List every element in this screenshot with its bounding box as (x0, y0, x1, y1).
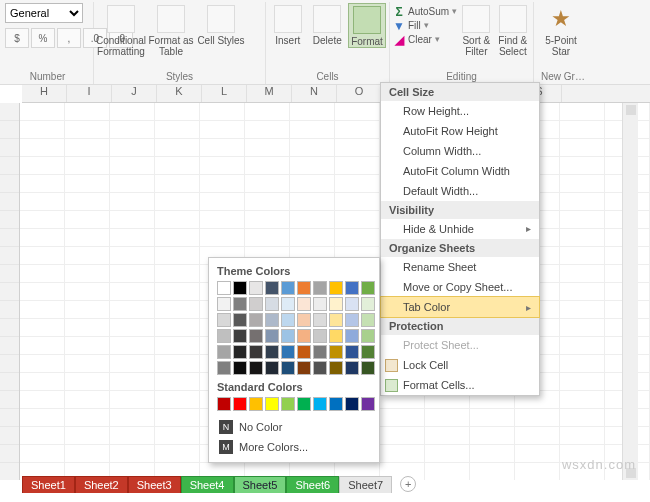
column-header[interactable]: K (157, 85, 202, 102)
menu-tab-color[interactable]: Tab Color▸ (380, 296, 540, 318)
menu-autofit-row-height[interactable]: AutoFit Row Height (381, 121, 539, 141)
color-swatch[interactable] (313, 361, 327, 375)
color-swatch[interactable] (361, 329, 375, 343)
color-swatch[interactable] (297, 329, 311, 343)
color-swatch[interactable] (265, 345, 279, 359)
menu-format-cells[interactable]: Format Cells... (381, 375, 539, 395)
color-swatch[interactable] (297, 313, 311, 327)
sort-filter-button[interactable]: Sort & Filter (459, 3, 493, 57)
menu-default-width[interactable]: Default Width... (381, 181, 539, 201)
color-swatch[interactable] (361, 281, 375, 295)
color-swatch[interactable] (297, 281, 311, 295)
color-swatch[interactable] (313, 329, 327, 343)
color-swatch[interactable] (233, 329, 247, 343)
currency-icon[interactable]: $ (5, 28, 29, 48)
color-swatch[interactable] (233, 345, 247, 359)
format-button[interactable]: Format (348, 3, 386, 48)
percent-icon[interactable]: % (31, 28, 55, 48)
color-swatch[interactable] (329, 345, 343, 359)
delete-button[interactable]: Delete (309, 3, 347, 46)
color-swatch[interactable] (345, 361, 359, 375)
color-swatch[interactable] (281, 361, 295, 375)
menu-row-height[interactable]: Row Height... (381, 101, 539, 121)
number-format-combo[interactable]: General (5, 3, 83, 23)
menu-lock-cell[interactable]: Lock Cell (381, 355, 539, 375)
column-header[interactable]: J (112, 85, 157, 102)
color-swatch[interactable] (329, 397, 343, 411)
color-swatch[interactable] (249, 313, 263, 327)
color-swatch[interactable] (329, 281, 343, 295)
color-swatch[interactable] (249, 281, 263, 295)
color-swatch[interactable] (217, 329, 231, 343)
format-as-table-button[interactable]: Format as Table (147, 3, 195, 57)
color-swatch[interactable] (249, 329, 263, 343)
palette-more-colors[interactable]: MMore Colors... (217, 437, 371, 457)
color-swatch[interactable] (233, 361, 247, 375)
column-header[interactable]: O (337, 85, 382, 102)
color-swatch[interactable] (361, 397, 375, 411)
sheet-tab[interactable]: Sheet5 (234, 476, 287, 493)
color-swatch[interactable] (313, 297, 327, 311)
color-swatch[interactable] (345, 345, 359, 359)
color-swatch[interactable] (297, 361, 311, 375)
color-swatch[interactable] (217, 281, 231, 295)
column-header[interactable]: I (67, 85, 112, 102)
color-swatch[interactable] (281, 345, 295, 359)
color-swatch[interactable] (345, 297, 359, 311)
fill-button[interactable]: ▼Fill▾ (393, 19, 457, 31)
menu-hide-unhide[interactable]: Hide & Unhide▸ (381, 219, 539, 239)
color-swatch[interactable] (233, 397, 247, 411)
color-swatch[interactable] (249, 397, 263, 411)
comma-icon[interactable]: , (57, 28, 81, 48)
color-swatch[interactable] (265, 397, 279, 411)
sheet-tab[interactable]: Sheet2 (75, 476, 128, 493)
color-swatch[interactable] (345, 281, 359, 295)
color-swatch[interactable] (233, 313, 247, 327)
color-swatch[interactable] (217, 361, 231, 375)
color-swatch[interactable] (217, 397, 231, 411)
color-swatch[interactable] (281, 281, 295, 295)
color-swatch[interactable] (329, 329, 343, 343)
color-swatch[interactable] (281, 313, 295, 327)
clear-button[interactable]: ◢Clear▾ (393, 33, 457, 45)
find-select-button[interactable]: Find & Select (496, 3, 530, 57)
insert-button[interactable]: Insert (269, 3, 307, 46)
color-swatch[interactable] (361, 361, 375, 375)
color-swatch[interactable] (265, 329, 279, 343)
vertical-scrollbar[interactable] (622, 103, 638, 480)
autosum-button[interactable]: ΣAutoSum▾ (393, 5, 457, 17)
cell-styles-button[interactable]: Cell Styles (197, 3, 245, 46)
color-swatch[interactable] (249, 361, 263, 375)
color-swatch[interactable] (297, 345, 311, 359)
sheet-tab[interactable]: Sheet3 (128, 476, 181, 493)
color-swatch[interactable] (265, 313, 279, 327)
color-swatch[interactable] (345, 313, 359, 327)
column-header[interactable]: L (202, 85, 247, 102)
new-sheet-button[interactable]: + (400, 476, 416, 492)
color-swatch[interactable] (345, 329, 359, 343)
color-swatch[interactable] (313, 397, 327, 411)
color-swatch[interactable] (313, 313, 327, 327)
color-swatch[interactable] (329, 313, 343, 327)
color-swatch[interactable] (329, 361, 343, 375)
color-swatch[interactable] (297, 397, 311, 411)
sheet-tab[interactable]: Sheet4 (181, 476, 234, 493)
palette-no-color[interactable]: NNo Color (217, 417, 371, 437)
color-swatch[interactable] (313, 345, 327, 359)
color-swatch[interactable] (329, 297, 343, 311)
menu-autofit-column-width[interactable]: AutoFit Column Width (381, 161, 539, 181)
menu-column-width[interactable]: Column Width... (381, 141, 539, 161)
menu-protect-sheet[interactable]: Protect Sheet... (381, 335, 539, 355)
color-swatch[interactable] (265, 281, 279, 295)
color-swatch[interactable] (217, 345, 231, 359)
column-header[interactable]: M (247, 85, 292, 102)
column-header[interactable]: N (292, 85, 337, 102)
color-swatch[interactable] (217, 313, 231, 327)
menu-rename-sheet[interactable]: Rename Sheet (381, 257, 539, 277)
color-swatch[interactable] (265, 297, 279, 311)
color-swatch[interactable] (361, 297, 375, 311)
five-point-star-button[interactable]: ★5-Point Star (537, 3, 585, 57)
sheet-tab[interactable]: Sheet1 (22, 476, 75, 493)
color-swatch[interactable] (233, 297, 247, 311)
color-swatch[interactable] (217, 297, 231, 311)
